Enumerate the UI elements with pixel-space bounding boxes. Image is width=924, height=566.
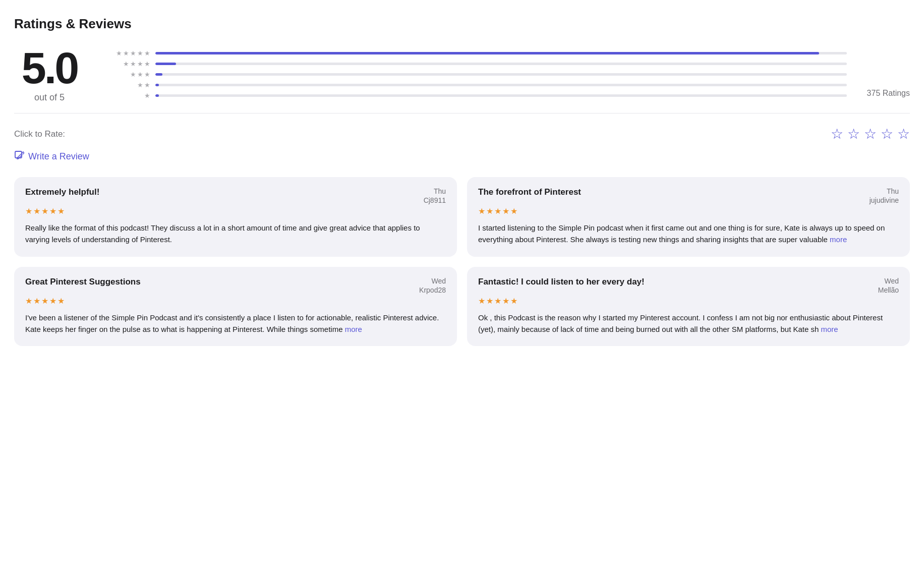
bar-track-3 [155,73,847,76]
filled-star: ★ [25,206,32,216]
review-header-3: Fantastic! I could listen to her every d… [478,277,899,294]
review-body-3: Ok , this Podcast is the reason why I st… [478,312,899,335]
filled-star: ★ [49,206,56,216]
review-body-2: I've been a listener of the Simple Pin P… [25,312,446,335]
star-icon: ★ [123,49,129,57]
write-review-link[interactable]: Write a Review [28,151,89,162]
star-icons-1: ★ [105,92,150,99]
bar-fill-4 [155,63,176,65]
page-title: Ratings & Reviews [14,16,910,32]
review-header-1: The forefront of PinterestThujujudivine [478,187,899,204]
star-icon: ★ [123,60,129,68]
filled-star: ★ [33,206,40,216]
filled-star: ★ [57,296,65,306]
score-label: out of 5 [34,92,65,103]
more-link-1[interactable]: more [828,235,847,244]
review-meta-2: WedKrpod28 [419,277,446,294]
star-icon: ★ [130,60,136,68]
review-author-0: Cj8911 [424,196,446,204]
more-link-2[interactable]: more [343,325,362,333]
filled-star: ★ [41,296,48,306]
star-icon: ★ [137,49,143,57]
bar-fill-1 [155,94,159,97]
bar-fill-2 [155,84,159,86]
click-to-rate-row: Click to Rate: ☆☆☆☆☆ [14,122,910,150]
star-icons-3: ★★★ [105,71,150,78]
filled-star: ★ [510,296,517,306]
review-title-1: The forefront of Pinterest [478,187,581,197]
filled-star: ★ [486,296,493,306]
filled-star: ★ [478,206,485,216]
write-review-icon [14,150,24,163]
star-icon: ★ [144,81,150,89]
star-icon: ★ [144,71,150,78]
bar-track-2 [155,84,847,86]
score-number: 5.0 [22,46,77,90]
write-review-row[interactable]: Write a Review [14,150,910,163]
filled-star: ★ [486,206,493,216]
bar-track-5 [155,52,847,54]
star-row-3: ★★★ [105,71,847,78]
star-icon: ★ [144,49,150,57]
review-card-3: Fantastic! I could listen to her every d… [467,267,910,347]
filled-star: ★ [49,296,56,306]
total-ratings: 375 Ratings [867,89,910,101]
filled-star: ★ [33,296,40,306]
review-stars-2: ★★★★★ [25,296,446,306]
review-title-2: Great Pinterest Suggestions [25,277,141,287]
review-card-0: Extremely helpful!ThuCj8911★★★★★Really l… [14,177,457,257]
rate-stars[interactable]: ☆☆☆☆☆ [831,126,910,142]
filled-star: ★ [494,296,501,306]
star-icon: ★ [144,92,150,99]
filled-star: ★ [502,296,509,306]
stars-breakdown: ★★★★★★★★★★★★★★★ [105,49,847,99]
review-meta-0: ThuCj8911 [424,187,446,204]
rate-star-2[interactable]: ☆ [847,126,860,142]
big-score-block: 5.0 out of 5 [14,46,85,103]
star-icons-4: ★★★★ [105,60,150,68]
star-icons-5: ★★★★★ [105,49,150,57]
star-icon: ★ [137,71,143,78]
star-row-5: ★★★★★ [105,49,847,57]
star-icon: ★ [144,60,150,68]
review-header-2: Great Pinterest SuggestionsWedKrpod28 [25,277,446,294]
review-title-0: Extremely helpful! [25,187,99,197]
filled-star: ★ [57,206,65,216]
review-stars-3: ★★★★★ [478,296,899,306]
rate-star-4[interactable]: ☆ [881,126,893,142]
review-title-3: Fantastic! I could listen to her every d… [478,277,645,287]
bar-fill-3 [155,73,162,76]
filled-star: ★ [494,206,501,216]
star-icon: ★ [116,49,122,57]
review-body-1: I started listening to the Simple Pin po… [478,222,899,246]
bar-track-1 [155,94,847,97]
star-row-2: ★★ [105,81,847,89]
more-link-3[interactable]: more [819,325,838,333]
rate-star-1[interactable]: ☆ [831,126,843,142]
filled-star: ★ [41,206,48,216]
filled-star: ★ [478,296,485,306]
click-to-rate-label: Click to Rate: [14,129,65,139]
review-header-0: Extremely helpful!ThuCj8911 [25,187,446,204]
filled-star: ★ [510,206,517,216]
review-day-0: Thu [434,187,446,195]
filled-star: ★ [25,296,32,306]
review-card-2: Great Pinterest SuggestionsWedKrpod28★★★… [14,267,457,347]
star-icon: ★ [137,60,143,68]
bar-track-4 [155,63,847,65]
rate-star-5[interactable]: ☆ [897,126,910,142]
star-row-1: ★ [105,92,847,99]
review-meta-1: Thujujudivine [870,187,899,204]
bar-fill-5 [155,52,819,54]
review-author-1: jujudivine [870,196,899,204]
review-author-2: Krpod28 [419,286,446,294]
review-day-1: Thu [887,187,899,195]
review-day-2: Wed [431,277,446,285]
reviews-grid: Extremely helpful!ThuCj8911★★★★★Really l… [14,177,910,346]
review-author-3: Mellão [878,286,899,294]
star-icons-2: ★★ [105,81,150,89]
review-card-1: The forefront of PinterestThujujudivine★… [467,177,910,257]
rate-star-3[interactable]: ☆ [864,126,877,142]
star-icon: ★ [130,49,136,57]
review-meta-3: WedMellão [878,277,899,294]
